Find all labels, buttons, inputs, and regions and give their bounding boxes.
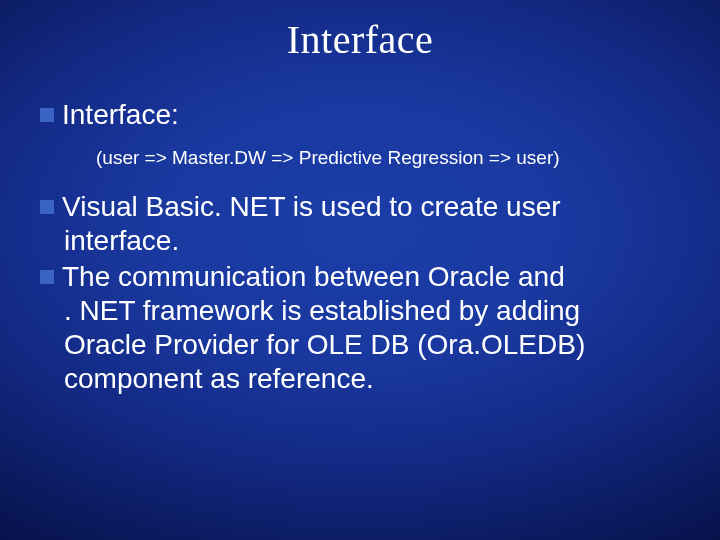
body-block: Visual Basic. NET is used to create user…	[40, 190, 690, 396]
bullet-3-line-4: component as reference.	[64, 362, 690, 396]
bullet-2-line-2: interface.	[64, 224, 690, 258]
bullet-3-line-3: Oracle Provider for OLE DB (Ora.OLEDB)	[64, 328, 690, 362]
bullet-1-subtext: (user => Master.DW => Predictive Regress…	[96, 146, 690, 170]
slide-title: Interface	[0, 0, 720, 63]
bullet-1-text: Interface:	[62, 99, 179, 130]
bullet-item-1: Interface:	[40, 98, 690, 132]
bullet-item-3: The communication between Oracle and	[40, 260, 690, 294]
slide: Interface Interface: (user => Master.DW …	[0, 0, 720, 540]
bullet-2-line-1: Visual Basic. NET is used to create user	[62, 191, 561, 222]
bullet-3-line-2: . NET framework is established by adding	[64, 294, 690, 328]
bullet-3-line-1: The communication between Oracle and	[62, 261, 565, 292]
square-bullet-icon	[40, 108, 54, 122]
bullet-item-2: Visual Basic. NET is used to create user	[40, 190, 690, 224]
square-bullet-icon	[40, 200, 54, 214]
slide-content: Interface: (user => Master.DW => Predict…	[40, 98, 690, 396]
square-bullet-icon	[40, 270, 54, 284]
